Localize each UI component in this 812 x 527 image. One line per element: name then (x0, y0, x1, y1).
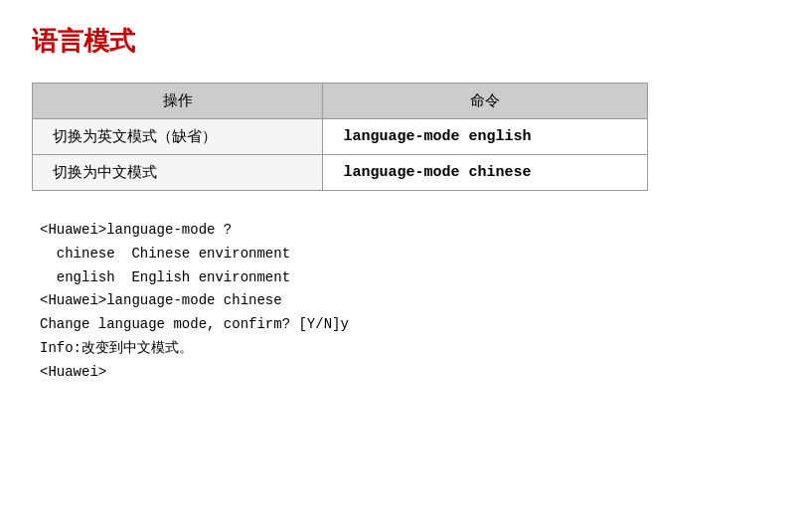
code-block: <Huawei>language-mode ? chinese Chinese … (40, 219, 780, 385)
table-header-command: 命令 (323, 84, 648, 119)
table-cell-command-2: language-mode chinese (323, 155, 648, 191)
table-row: 切换为中文模式 language-mode chinese (33, 155, 648, 191)
page-title: 语言模式 (32, 24, 780, 59)
table-row: 切换为英文模式（缺省） language-mode english (33, 119, 648, 155)
command-table: 操作 命令 切换为英文模式（缺省） language-mode english … (32, 83, 648, 191)
table-cell-command-1: language-mode english (323, 119, 648, 155)
table-cell-operation-2: 切换为中文模式 (33, 155, 323, 191)
table-cell-operation-1: 切换为英文模式（缺省） (33, 119, 323, 155)
table-header-operation: 操作 (33, 84, 323, 119)
